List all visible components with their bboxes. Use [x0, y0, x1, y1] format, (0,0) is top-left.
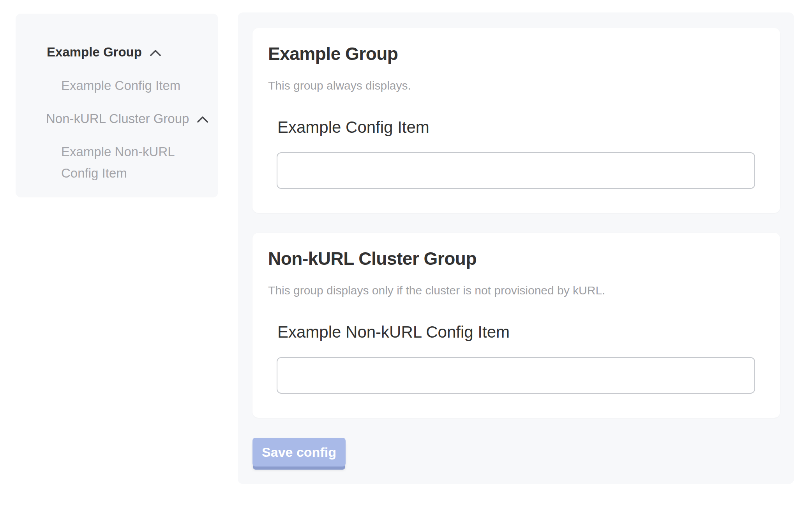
sidebar-item-example-non-kurl-config-item[interactable]: Example Non-kURL Config Item: [61, 141, 192, 184]
group-title: Example Group: [268, 43, 398, 65]
config-item-label: Example Non-kURL Config Item: [277, 322, 510, 342]
sidebar-group-non-kurl-cluster-group[interactable]: Non-kURL Cluster Group: [46, 111, 208, 127]
group-description: This group displays only if the cluster …: [268, 283, 605, 298]
config-group-card-example-group: Example Group This group always displays…: [252, 28, 780, 213]
save-config-button[interactable]: Save config: [252, 438, 346, 467]
config-item-label: Example Config Item: [277, 118, 429, 137]
sidebar-item-example-config-item[interactable]: Example Config Item: [61, 75, 180, 96]
sidebar-group-example-group[interactable]: Example Group: [47, 44, 161, 60]
config-group-card-non-kurl-cluster-group: Non-kURL Cluster Group This group displa…: [252, 233, 780, 418]
group-description: This group always displays.: [268, 79, 411, 93]
config-item-input-example[interactable]: [277, 152, 755, 189]
chevron-up-icon[interactable]: [150, 44, 161, 60]
group-title: Non-kURL Cluster Group: [268, 248, 477, 269]
sidebar-group-label: Example Group: [47, 44, 142, 60]
chevron-up-icon[interactable]: [197, 111, 208, 127]
sidebar-group-label: Non-kURL Cluster Group: [46, 111, 189, 127]
config-sidebar: Example Group Example Config Item Non-kU…: [16, 14, 218, 197]
config-main-panel: Example Group This group always displays…: [238, 12, 794, 484]
config-item-input-non-kurl[interactable]: [277, 357, 755, 394]
